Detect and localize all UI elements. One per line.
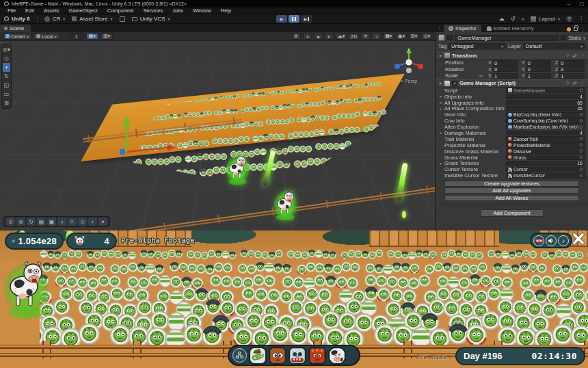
view-tool-icon[interactable]: ⊘	[6, 218, 15, 226]
tab-entities-hierarchy[interactable]: Entities Hierarchy	[482, 25, 539, 32]
orientation-dropdown[interactable]: Local▾	[34, 33, 59, 40]
layout-dropdown[interactable]: Layout▾	[531, 16, 560, 22]
object-picker-icon[interactable]: ⊙	[579, 167, 583, 172]
kebab-icon[interactable]: ⋮	[580, 26, 586, 32]
lit-sphere-icon[interactable]: ●	[314, 33, 323, 40]
presets-icon[interactable]: ⇄	[572, 53, 576, 59]
game-view[interactable]: 1.054e28 4 Pre-Alpha Footage	[0, 231, 588, 368]
package-button[interactable]	[120, 16, 125, 22]
sound-button[interactable]	[546, 235, 557, 246]
probe-overlay-icon[interactable]: ⊙	[78, 218, 87, 226]
component-enabled-checkbox[interactable]: ✓	[452, 81, 457, 86]
snap-value-field[interactable]: 1	[69, 33, 84, 40]
list-overlay-icon[interactable]: ≡	[68, 218, 77, 226]
create-upgrade-textures-button[interactable]: Create upgrade textures	[444, 181, 579, 187]
tag-dropdown[interactable]: Untagged▾	[449, 43, 506, 49]
transform-row[interactable]: Scale ∞X1Y1Z1	[436, 73, 588, 79]
unit-red-alien-button[interactable]	[308, 347, 326, 365]
lock-icon[interactable]	[574, 27, 578, 31]
add-overlay-icon[interactable]: +	[88, 218, 97, 226]
grid-overlay-icon[interactable]: ▦	[37, 218, 46, 226]
inspector-row[interactable]: Alien ExplosionMartianExplosion.big (Vfx…	[436, 124, 588, 130]
camera-icon[interactable]: ⊞▾	[409, 33, 419, 40]
object-picker-icon[interactable]: ⊙	[579, 142, 583, 148]
position-z-field[interactable]: 0	[559, 60, 585, 66]
inspector-row[interactable]: ▸Grass Textures16	[436, 160, 588, 166]
tools-dropdown[interactable]: ◎▾	[3, 45, 10, 54]
step-button[interactable]: ▶	[301, 15, 312, 23]
vcs-button[interactable]: Unity VCS▾	[132, 16, 170, 22]
unit-orange-alien-button[interactable]	[269, 347, 286, 365]
scene-viewport[interactable]: Y < Persp ◎▾◇+↻◱▭⊞ ⊘⊕↻▦▣◑≡⊙+▾	[0, 41, 435, 231]
panel-grip-icon[interactable]: ⋮	[437, 25, 442, 31]
object-picker-icon[interactable]: ⊙	[579, 124, 583, 130]
asset-store-button[interactable]: Asset Store▾	[72, 16, 112, 22]
object-picker-icon[interactable]: ⊙	[579, 173, 583, 179]
add-all-waves-button[interactable]: Add All Waves	[444, 195, 579, 201]
player-cow[interactable]	[1, 250, 55, 324]
shading-overlay-icon[interactable]: ◑	[57, 218, 66, 226]
menu-window[interactable]: Window	[188, 8, 216, 14]
active-checkbox[interactable]	[447, 35, 453, 40]
menu-services[interactable]: Services	[138, 8, 168, 14]
account-button[interactable]: CR▾	[44, 16, 66, 22]
inspector-row[interactable]: Dissolve Grass MaterialDissolve⊙	[436, 148, 588, 155]
inspector-row[interactable]: ▸Objects Info4	[436, 94, 588, 100]
inspector-row[interactable]: ScriptGameManager⊙	[436, 88, 588, 94]
pivot-dropdown[interactable]: Center▾	[3, 33, 31, 40]
overlay-grid-icon[interactable]: ▦▾	[383, 33, 394, 40]
add-component-button[interactable]: Add Component	[481, 209, 544, 217]
inspector-row[interactable]: Projectile MaterialProjectileMaterial⊙	[436, 142, 588, 148]
move-tool[interactable]: +	[3, 63, 10, 72]
menu-edit[interactable]: Edit	[21, 8, 39, 14]
menu-help[interactable]: Help	[216, 8, 236, 14]
inspector-row[interactable]: Grass MaterialGrass⊙	[436, 155, 588, 161]
effects-icon[interactable]: ◐	[325, 33, 334, 40]
kebab-icon[interactable]: ⋮	[580, 53, 586, 59]
audio-icon[interactable]: ♪	[372, 33, 381, 40]
object-picker-icon[interactable]: ⊙	[579, 148, 583, 154]
inspector-row[interactable]: Cow InfoCowSpring.big (Cow Info)⊙	[436, 118, 588, 124]
menu-jobs[interactable]: Jobs	[168, 8, 188, 14]
tab-inspector[interactable]: Inspector	[444, 25, 481, 32]
lighting-icon[interactable]: ☀	[361, 33, 370, 40]
2d-toggle[interactable]: 2D	[349, 33, 359, 40]
caret-overlay-icon[interactable]: ▾	[98, 218, 107, 226]
transform-gizmo[interactable]	[113, 109, 181, 164]
rect-tool[interactable]: ▭	[3, 90, 10, 98]
play-button[interactable]: ▶	[276, 15, 287, 23]
maximize-button[interactable]: ▢	[579, 1, 584, 7]
transform-row[interactable]: Rotation X0Y0Z0	[436, 66, 588, 73]
increment-snap-icon[interactable]: ▥▾	[101, 33, 113, 40]
help-icon[interactable]: ?	[566, 53, 569, 59]
script-component-header[interactable]: ▾ ✓ Game Manager (Script) ?⇄⋮	[436, 79, 588, 88]
tab-scene[interactable]: Scene	[0, 25, 31, 32]
position-y-field[interactable]: 0	[526, 60, 552, 66]
search-icon[interactable]: ⌕	[521, 16, 524, 23]
unit-zapper-button[interactable]	[249, 347, 267, 365]
rotation-z-field[interactable]: 0	[559, 66, 585, 72]
static-dropdown-icon[interactable]: ▾	[583, 36, 585, 40]
transform-tool[interactable]: ⊞	[3, 98, 10, 107]
move-overlay-icon[interactable]: ⊕	[16, 218, 25, 226]
scale-z-field[interactable]: 1	[559, 73, 585, 79]
sky-dropdown-icon[interactable]: ☁▾	[336, 33, 347, 40]
rotate-tool[interactable]: ↻	[3, 72, 10, 81]
menu-file[interactable]: File	[3, 8, 21, 14]
presets-icon[interactable]: ⇄	[572, 80, 576, 86]
gamepad-button[interactable]	[533, 235, 544, 246]
inspector-row[interactable]: ▸All Upgrades Info65	[436, 100, 588, 106]
menu-gameobject[interactable]: GameObject	[64, 8, 103, 14]
unit-skull-alien-button[interactable]	[289, 347, 306, 365]
static-checkbox[interactable]	[561, 35, 566, 40]
object-picker-icon[interactable]: ⊙	[579, 118, 583, 124]
transform-row[interactable]: Position X0Y0Z0	[436, 60, 588, 66]
scale-x-field[interactable]: 1	[492, 73, 518, 79]
scale-tool[interactable]: ◱	[3, 81, 10, 90]
grid-snap-icon[interactable]: ▦▾	[86, 33, 98, 40]
music-button[interactable]: ♪	[558, 235, 569, 246]
orientation-gizmo[interactable]: Y < Persp	[391, 47, 427, 89]
help-icon[interactable]: ?	[566, 16, 572, 22]
inspector-row[interactable]: ▸All Wave Composition Info35	[436, 105, 588, 111]
history-icon[interactable]: ↺	[511, 16, 516, 23]
